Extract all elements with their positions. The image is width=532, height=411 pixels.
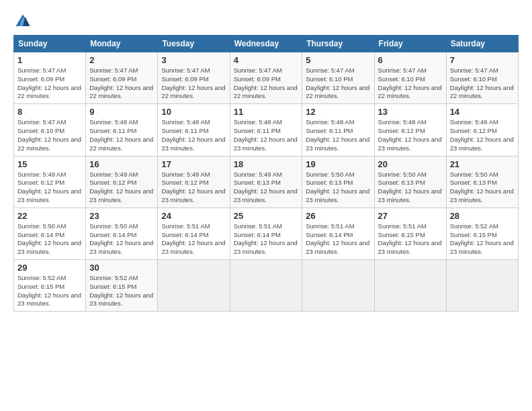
day-number: 24 (161, 211, 226, 221)
day-info: Sunrise: 5:52 AMSunset: 6:15 PMDaylight:… (89, 274, 154, 308)
header-day-sunday: Sunday (14, 36, 86, 52)
calendar-cell: 4Sunrise: 5:47 AMSunset: 6:09 PMDaylight… (230, 52, 302, 104)
day-number: 23 (89, 211, 154, 221)
day-info: Sunrise: 5:51 AMSunset: 6:14 PMDaylight:… (306, 222, 370, 257)
calendar-cell: 25Sunrise: 5:51 AMSunset: 6:14 PMDayligh… (230, 208, 302, 259)
day-number: 8 (17, 107, 82, 117)
day-number: 21 (450, 159, 515, 169)
calendar-cell: 3Sunrise: 5:47 AMSunset: 6:09 PMDaylight… (158, 52, 230, 104)
header-row: SundayMondayTuesdayWednesdayThursdayFrid… (14, 36, 519, 52)
calendar-cell: 28Sunrise: 5:52 AMSunset: 6:15 PMDayligh… (446, 208, 518, 259)
day-info: Sunrise: 5:50 AMSunset: 6:13 PMDaylight:… (450, 171, 515, 205)
calendar-cell: 6Sunrise: 5:47 AMSunset: 6:10 PMDaylight… (374, 52, 446, 104)
calendar-cell: 7Sunrise: 5:47 AMSunset: 6:10 PMDaylight… (446, 52, 518, 104)
calendar-week-3: 15Sunrise: 5:49 AMSunset: 6:12 PMDayligh… (14, 156, 519, 208)
day-info: Sunrise: 5:49 AMSunset: 6:12 PMDaylight:… (450, 118, 515, 152)
day-info: Sunrise: 5:47 AMSunset: 6:10 PMDaylight:… (378, 66, 443, 101)
day-info: Sunrise: 5:48 AMSunset: 6:11 PMDaylight:… (161, 118, 226, 152)
logo (13, 12, 34, 31)
day-number: 10 (161, 107, 226, 117)
calendar-cell: 1Sunrise: 5:47 AMSunset: 6:09 PMDaylight… (14, 52, 86, 104)
day-number: 19 (306, 159, 370, 169)
day-number: 29 (17, 263, 82, 273)
page-container: SundayMondayTuesdayWednesdayThursdayFrid… (0, 0, 532, 318)
day-number: 27 (378, 211, 443, 221)
day-number: 25 (234, 211, 299, 221)
day-info: Sunrise: 5:47 AMSunset: 6:09 PMDaylight:… (89, 66, 154, 101)
calendar-cell (446, 260, 518, 312)
header-day-saturday: Saturday (446, 36, 518, 52)
header-day-monday: Monday (86, 36, 158, 52)
day-info: Sunrise: 5:47 AMSunset: 6:09 PMDaylight:… (161, 66, 226, 101)
day-info: Sunrise: 5:50 AMSunset: 6:14 PMDaylight:… (89, 222, 154, 257)
calendar-cell: 20Sunrise: 5:50 AMSunset: 6:13 PMDayligh… (374, 156, 446, 208)
day-info: Sunrise: 5:52 AMSunset: 6:15 PMDaylight:… (450, 222, 515, 257)
calendar-week-4: 22Sunrise: 5:50 AMSunset: 6:14 PMDayligh… (14, 208, 519, 259)
calendar-cell: 12Sunrise: 5:48 AMSunset: 6:11 PMDayligh… (302, 104, 374, 156)
day-number: 1 (17, 55, 82, 65)
calendar-cell: 9Sunrise: 5:48 AMSunset: 6:11 PMDaylight… (86, 104, 158, 156)
day-number: 14 (450, 107, 515, 117)
calendar-cell (302, 260, 374, 312)
day-number: 26 (306, 211, 370, 221)
day-info: Sunrise: 5:51 AMSunset: 6:14 PMDaylight:… (161, 222, 226, 257)
day-number: 15 (17, 159, 82, 169)
header-day-tuesday: Tuesday (158, 36, 230, 52)
calendar-week-2: 8Sunrise: 5:47 AMSunset: 6:10 PMDaylight… (14, 104, 519, 156)
day-number: 22 (17, 211, 82, 221)
day-info: Sunrise: 5:49 AMSunset: 6:12 PMDaylight:… (161, 171, 226, 205)
day-number: 28 (450, 211, 515, 221)
calendar-cell: 30Sunrise: 5:52 AMSunset: 6:15 PMDayligh… (86, 260, 158, 312)
day-info: Sunrise: 5:52 AMSunset: 6:15 PMDaylight:… (17, 274, 82, 308)
day-number: 3 (161, 55, 226, 65)
header-day-thursday: Thursday (302, 36, 374, 52)
calendar-week-1: 1Sunrise: 5:47 AMSunset: 6:09 PMDaylight… (14, 52, 519, 104)
day-number: 16 (89, 159, 154, 169)
day-number: 2 (89, 55, 154, 65)
calendar-cell (158, 260, 230, 312)
calendar-cell: 16Sunrise: 5:49 AMSunset: 6:12 PMDayligh… (86, 156, 158, 208)
calendar-cell: 18Sunrise: 5:49 AMSunset: 6:13 PMDayligh… (230, 156, 302, 208)
day-info: Sunrise: 5:47 AMSunset: 6:10 PMDaylight:… (17, 118, 82, 152)
calendar-cell: 22Sunrise: 5:50 AMSunset: 6:14 PMDayligh… (14, 208, 86, 259)
day-number: 30 (89, 263, 154, 273)
day-info: Sunrise: 5:47 AMSunset: 6:09 PMDaylight:… (234, 66, 299, 101)
calendar-cell: 13Sunrise: 5:48 AMSunset: 6:12 PMDayligh… (374, 104, 446, 156)
calendar-cell: 23Sunrise: 5:50 AMSunset: 6:14 PMDayligh… (86, 208, 158, 259)
day-number: 4 (234, 55, 299, 65)
header-day-friday: Friday (374, 36, 446, 52)
day-info: Sunrise: 5:48 AMSunset: 6:11 PMDaylight:… (306, 118, 370, 152)
day-info: Sunrise: 5:47 AMSunset: 6:10 PMDaylight:… (306, 66, 370, 101)
day-number: 12 (306, 107, 370, 117)
day-info: Sunrise: 5:48 AMSunset: 6:12 PMDaylight:… (378, 118, 443, 152)
day-info: Sunrise: 5:51 AMSunset: 6:14 PMDaylight:… (234, 222, 299, 257)
day-number: 17 (161, 159, 226, 169)
day-number: 7 (450, 55, 515, 65)
calendar-cell: 5Sunrise: 5:47 AMSunset: 6:10 PMDaylight… (302, 52, 374, 104)
calendar-cell: 14Sunrise: 5:49 AMSunset: 6:12 PMDayligh… (446, 104, 518, 156)
calendar-cell: 15Sunrise: 5:49 AMSunset: 6:12 PMDayligh… (14, 156, 86, 208)
calendar-cell: 21Sunrise: 5:50 AMSunset: 6:13 PMDayligh… (446, 156, 518, 208)
day-info: Sunrise: 5:50 AMSunset: 6:14 PMDaylight:… (17, 222, 82, 257)
calendar-table: SundayMondayTuesdayWednesdayThursdayFrid… (13, 35, 519, 312)
calendar-body: 1Sunrise: 5:47 AMSunset: 6:09 PMDaylight… (14, 52, 519, 312)
calendar-cell: 17Sunrise: 5:49 AMSunset: 6:12 PMDayligh… (158, 156, 230, 208)
calendar-cell: 19Sunrise: 5:50 AMSunset: 6:13 PMDayligh… (302, 156, 374, 208)
day-number: 13 (378, 107, 443, 117)
calendar-header: SundayMondayTuesdayWednesdayThursdayFrid… (14, 36, 519, 52)
calendar-cell (374, 260, 446, 312)
header-day-wednesday: Wednesday (230, 36, 302, 52)
day-number: 18 (234, 159, 299, 169)
calendar-cell: 8Sunrise: 5:47 AMSunset: 6:10 PMDaylight… (14, 104, 86, 156)
calendar-cell: 24Sunrise: 5:51 AMSunset: 6:14 PMDayligh… (158, 208, 230, 259)
day-info: Sunrise: 5:51 AMSunset: 6:15 PMDaylight:… (378, 222, 443, 257)
day-number: 5 (306, 55, 370, 65)
day-info: Sunrise: 5:47 AMSunset: 6:10 PMDaylight:… (450, 66, 515, 101)
day-info: Sunrise: 5:50 AMSunset: 6:13 PMDaylight:… (378, 171, 443, 205)
logo-icon (13, 12, 32, 31)
day-info: Sunrise: 5:48 AMSunset: 6:11 PMDaylight:… (234, 118, 299, 152)
day-info: Sunrise: 5:49 AMSunset: 6:13 PMDaylight:… (234, 171, 299, 205)
calendar-cell: 29Sunrise: 5:52 AMSunset: 6:15 PMDayligh… (14, 260, 86, 312)
day-info: Sunrise: 5:50 AMSunset: 6:13 PMDaylight:… (306, 171, 370, 205)
calendar-cell: 26Sunrise: 5:51 AMSunset: 6:14 PMDayligh… (302, 208, 374, 259)
